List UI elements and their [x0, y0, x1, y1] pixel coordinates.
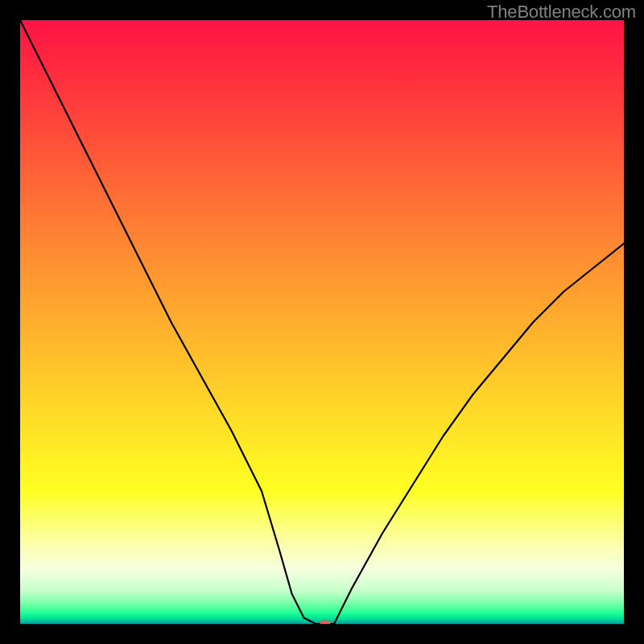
minimum-marker [320, 621, 330, 625]
curve-svg [20, 20, 624, 624]
watermark-text: TheBottleneck.com [487, 2, 636, 23]
chart-frame: TheBottleneck.com [0, 0, 644, 644]
bottleneck-curve [20, 20, 624, 624]
plot-area [20, 20, 624, 624]
